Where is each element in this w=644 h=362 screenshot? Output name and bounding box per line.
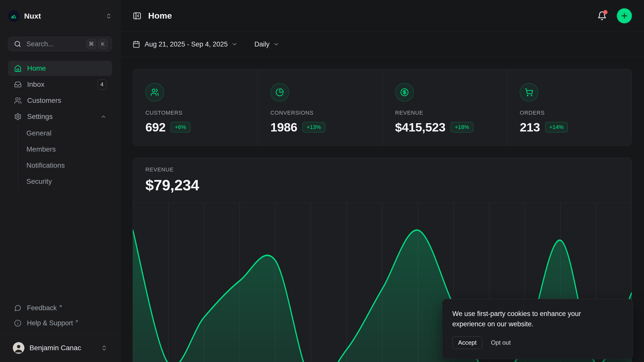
stat-value: 692 — [145, 120, 166, 134]
stat-label: CONVERSIONS — [270, 110, 382, 116]
revenue-value: $79,234 — [145, 176, 619, 194]
sidebar-item-settings[interactable]: Settings — [8, 109, 112, 124]
inbox-icon — [14, 81, 22, 88]
chevron-up-down-icon — [101, 345, 107, 351]
subnav-item-label: General — [26, 129, 52, 137]
notification-dot — [603, 10, 608, 14]
date-range-value: Aug 21, 2025 - Sep 4, 2025 — [145, 40, 228, 48]
inbox-count-badge: 4 — [97, 79, 106, 89]
users-icon — [14, 97, 22, 104]
sidebar-item-inbox[interactable]: Inbox 4 — [8, 77, 112, 92]
search-icon — [14, 40, 21, 48]
date-range-picker[interactable]: Aug 21, 2025 - Sep 4, 2025 — [133, 40, 238, 48]
sidebar-item-label: Home — [27, 64, 106, 72]
feedback-label: Feedback — [27, 304, 57, 312]
notifications-button[interactable] — [597, 11, 607, 21]
sidebar-item-label: Settings — [27, 113, 100, 121]
kbd-cmd: ⌘ — [87, 39, 96, 49]
stat-delta-badge: +14% — [545, 122, 568, 132]
sidebar-footer: Feedback Help & Support — [8, 300, 112, 362]
stat-customers[interactable]: CUSTOMERS 692 +6% — [133, 69, 258, 146]
opt-out-button[interactable]: Opt out — [491, 339, 511, 346]
search-placeholder: Search... — [26, 40, 85, 48]
user-menu[interactable]: Benjamin Canac — [8, 337, 112, 358]
subnav-item-label: Members — [26, 145, 56, 153]
stat-label: ORDERS — [520, 110, 632, 116]
shopping-cart-icon — [520, 83, 538, 102]
stat-value: 1986 — [270, 120, 297, 134]
sidebar-item-customers[interactable]: Customers — [8, 93, 112, 108]
top-header: Home — [120, 0, 644, 32]
avatar — [13, 342, 24, 354]
accept-button[interactable]: Accept — [452, 336, 482, 349]
interval-value: Daily — [254, 40, 269, 48]
plus-icon — [620, 12, 628, 20]
home-icon — [14, 65, 22, 72]
external-link-icon — [74, 319, 79, 324]
kbd-k: K — [98, 39, 108, 49]
stat-delta-badge: +6% — [171, 122, 190, 132]
calendar-icon — [133, 40, 140, 48]
chevron-up-icon — [100, 114, 106, 120]
external-link-icon — [58, 304, 63, 308]
sidebar-item-label: Customers — [27, 97, 106, 105]
sidebar-nav: Home Inbox 4 Customers — [8, 61, 112, 190]
workspace-selector[interactable]: Nuxt — [8, 9, 112, 23]
sidebar-item-home[interactable]: Home — [8, 61, 112, 76]
sidebar-item-security[interactable]: Security — [26, 173, 112, 190]
subnav-item-label: Security — [26, 177, 52, 186]
stat-value: $415,523 — [395, 120, 446, 134]
help-support-link[interactable]: Help & Support — [8, 315, 112, 331]
pie-chart-icon — [270, 83, 289, 102]
search-input[interactable]: Search... ⌘ K — [8, 37, 112, 51]
collapse-sidebar-icon[interactable] — [133, 11, 142, 20]
sidebar-item-notifications[interactable]: Notifications — [26, 157, 112, 173]
gear-icon — [14, 113, 22, 120]
stat-label: REVENUE — [395, 110, 507, 116]
revenue-label: REVENUE — [145, 166, 619, 173]
divider — [0, 335, 120, 335]
filters-toolbar: Aug 21, 2025 - Sep 4, 2025 Daily — [120, 32, 644, 57]
cookie-banner: We use first-party cookies to enhance yo… — [442, 299, 633, 359]
nuxt-logo-icon — [8, 10, 20, 22]
sidebar-item-members[interactable]: Members — [26, 141, 112, 157]
add-button[interactable] — [617, 8, 632, 23]
chevron-up-down-icon — [105, 13, 112, 19]
help-support-label: Help & Support — [27, 319, 73, 327]
chevron-down-icon — [231, 41, 238, 48]
stat-delta-badge: +18% — [451, 122, 473, 132]
stat-label: CUSTOMERS — [145, 110, 258, 116]
feedback-link[interactable]: Feedback — [8, 300, 112, 315]
message-bubble-icon — [14, 304, 21, 312]
stat-delta-badge: +13% — [302, 122, 325, 132]
sidebar: Nuxt Search... ⌘ K Home — [0, 0, 120, 362]
info-circle-icon — [14, 320, 21, 327]
settings-subnav: General Members Notifications Security — [18, 125, 112, 190]
page-title: Home — [148, 11, 172, 21]
circle-dollar-icon — [395, 83, 414, 102]
sidebar-item-general[interactable]: General — [26, 125, 112, 141]
users-icon — [145, 83, 164, 102]
stats-row: CUSTOMERS 692 +6% CONVERSIONS 1986 +13% — [133, 69, 632, 146]
cookie-message: We use first-party cookies to enhance yo… — [452, 309, 603, 329]
stat-orders[interactable]: ORDERS 213 +14% — [507, 69, 632, 146]
sidebar-item-label: Inbox — [27, 80, 97, 88]
subnav-item-label: Notifications — [26, 161, 65, 169]
stat-conversions[interactable]: CONVERSIONS 1986 +13% — [258, 69, 382, 146]
user-name: Benjamin Canac — [29, 344, 101, 352]
interval-select[interactable]: Daily — [254, 40, 279, 48]
brand-name: Nuxt — [24, 12, 105, 20]
stat-value: 213 — [520, 120, 540, 134]
chevron-down-icon — [273, 41, 279, 48]
stat-revenue[interactable]: REVENUE $415,523 +18% — [382, 69, 507, 146]
